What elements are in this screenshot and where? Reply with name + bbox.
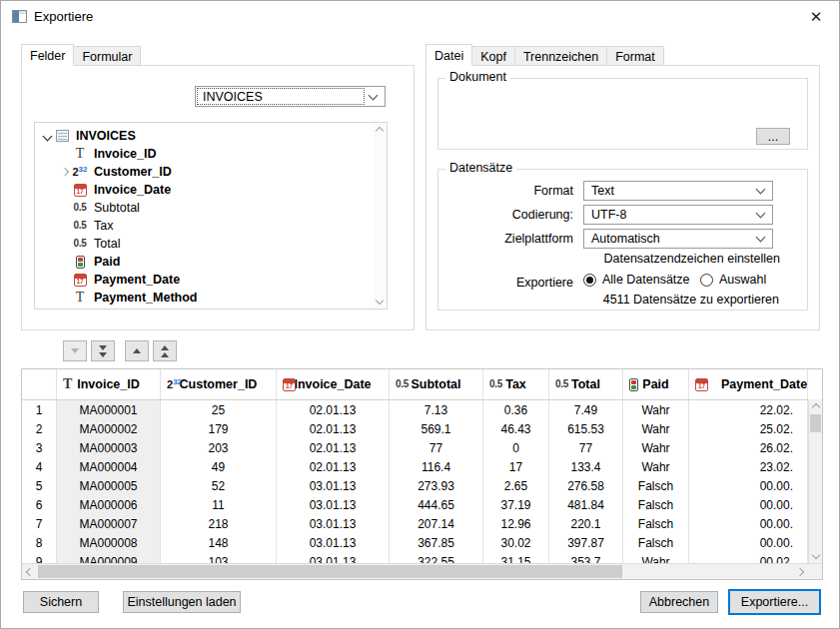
table-cell: 203 bbox=[161, 438, 277, 457]
move-up-button[interactable] bbox=[125, 340, 149, 361]
load-settings-button[interactable]: Einstellungen laden bbox=[123, 591, 241, 613]
column-header-customer_id[interactable]: 232Customer_ID bbox=[161, 369, 277, 399]
encoding-select[interactable]: UTF-8 bbox=[583, 205, 773, 225]
browse-button[interactable]: ... bbox=[756, 128, 790, 145]
column-header-invoice_date[interactable]: 17Invoice_Date bbox=[277, 369, 390, 399]
table-cell: 116.4 bbox=[390, 457, 483, 476]
table-cell: 218 bbox=[161, 514, 277, 533]
text-type-icon: T bbox=[63, 377, 72, 391]
tree-item-paid[interactable]: Paid bbox=[35, 253, 387, 271]
table-cell: 615.53 bbox=[549, 419, 623, 438]
tree-item-invoice_id[interactable]: TInvoice_ID bbox=[35, 145, 387, 163]
table-row[interactable]: 4MA0000044902.01.13116.417133.4Wahr23.02… bbox=[22, 457, 822, 476]
tree-scrollbar[interactable] bbox=[374, 124, 386, 308]
table-cell: Wahr bbox=[623, 419, 689, 438]
table-cell: Falsch bbox=[623, 514, 689, 533]
column-header-label: Tax bbox=[505, 377, 526, 391]
column-header-subtotal[interactable]: 0.5Subtotal bbox=[390, 369, 483, 399]
double-chevron-down-icon bbox=[99, 345, 107, 350]
column-header-payment_date[interactable]: 17Payment_Date bbox=[689, 369, 808, 399]
vertical-scrollbar[interactable] bbox=[808, 399, 822, 563]
table-cell: 30.02 bbox=[483, 533, 549, 552]
move-down-button[interactable] bbox=[63, 340, 87, 361]
number-type-icon: 0.5 bbox=[489, 379, 502, 389]
radio-selection[interactable]: Auswahl bbox=[700, 273, 766, 287]
scroll-down-icon[interactable] bbox=[376, 297, 384, 305]
export-table-select[interactable]: INVOICES bbox=[195, 86, 386, 107]
vertical-scrollbar-thumb[interactable] bbox=[810, 414, 821, 432]
table-cell: Wahr bbox=[623, 438, 689, 457]
column-header-label: Total bbox=[571, 377, 600, 391]
platform-select[interactable]: Automatisch bbox=[583, 229, 773, 249]
table-cell: 0.36 bbox=[483, 400, 549, 419]
expander-down-icon[interactable] bbox=[42, 131, 52, 141]
tab-format[interactable]: Format bbox=[606, 46, 664, 66]
row-number-cell: 5 bbox=[22, 476, 57, 495]
boolean-type-icon bbox=[71, 256, 89, 269]
tree-item-payment_method[interactable]: TPayment_Method bbox=[35, 289, 387, 307]
row-number-cell: 2 bbox=[22, 419, 57, 438]
table-cell: 276.58 bbox=[549, 476, 623, 495]
preview-table-body: 1MA0000012502.01.137.130.367.49Wahr22.02… bbox=[22, 400, 822, 571]
horizontal-scrollbar-thumb[interactable] bbox=[38, 565, 622, 578]
move-to-top-button[interactable] bbox=[153, 340, 177, 361]
chevron-down-icon bbox=[756, 209, 766, 219]
cancel-button[interactable]: Abbrechen bbox=[640, 591, 718, 613]
row-number-header bbox=[22, 369, 57, 399]
horizontal-scrollbar[interactable] bbox=[22, 563, 822, 579]
table-cell: 22.02. bbox=[689, 400, 808, 419]
radio-dot-icon bbox=[700, 274, 713, 287]
column-header-invoice_id[interactable]: TInvoice_ID bbox=[57, 369, 161, 399]
scroll-down-icon[interactable] bbox=[812, 551, 820, 559]
table-row[interactable]: 2MA00000217902.01.13569.146.43615.53Wahr… bbox=[22, 419, 822, 438]
tree-item-subtotal[interactable]: 0.5Subtotal bbox=[35, 199, 387, 217]
tree-item-payment_date[interactable]: 17Payment_Date bbox=[35, 271, 387, 289]
tree-item-customer_id[interactable]: 232Customer_ID bbox=[35, 163, 387, 181]
column-header-total[interactable]: 0.5Total bbox=[549, 369, 623, 399]
table-cell: 25.02. bbox=[689, 419, 808, 438]
export-button[interactable]: Exportiere... bbox=[728, 589, 821, 615]
table-cell: 569.1 bbox=[390, 419, 483, 438]
row-number-cell: 1 bbox=[22, 400, 57, 419]
tab-formular[interactable]: Formular bbox=[73, 46, 141, 66]
table-row[interactable]: 3MA00000320302.01.1377077Wahr26.02. bbox=[22, 438, 822, 457]
table-cell: MA000006 bbox=[57, 495, 161, 514]
tree-item-invoices[interactable]: INVOICES bbox=[35, 127, 387, 145]
tab-felder[interactable]: Felder bbox=[21, 44, 74, 66]
table-cell: 02.01.13 bbox=[277, 438, 390, 457]
record-count-text: 4511 Datensätze zu exportieren bbox=[437, 293, 779, 307]
tab-datei[interactable]: Datei bbox=[425, 44, 472, 66]
field-tree: INVOICESTInvoice_ID232Customer_ID17Invoi… bbox=[34, 122, 388, 310]
scroll-up-icon[interactable] bbox=[376, 127, 384, 135]
scroll-up-icon[interactable] bbox=[812, 403, 820, 411]
tree-item-invoice_date[interactable]: 17Invoice_Date bbox=[35, 181, 387, 199]
tab-trennzeichen[interactable]: Trennzeichen bbox=[514, 46, 607, 66]
table-row[interactable]: 6MA0000061103.01.13444.6537.19481.84Fals… bbox=[22, 495, 822, 514]
table-row[interactable]: 8MA00000814803.01.13367.8530.02397.87Fal… bbox=[22, 533, 822, 552]
format-select[interactable]: Text bbox=[583, 181, 773, 201]
table-row[interactable]: 7MA00000721803.01.13207.1412.96220.1Fals… bbox=[22, 514, 822, 533]
table-cell: 03.01.13 bbox=[277, 495, 390, 514]
table-cell: MA000005 bbox=[57, 476, 161, 495]
scroll-right-icon[interactable] bbox=[796, 568, 804, 576]
column-header-tax[interactable]: 0.5Tax bbox=[483, 369, 549, 399]
radio-all-records[interactable]: Alle Datensätze bbox=[583, 273, 690, 287]
export-table-value: INVOICES bbox=[203, 90, 263, 104]
table-cell: MA000007 bbox=[57, 514, 161, 533]
number-type-icon: 0.5 bbox=[555, 379, 568, 389]
table-row[interactable]: 5MA0000055203.01.13273.932.65276.58Falsc… bbox=[22, 476, 822, 495]
line-ending-link[interactable]: Datensatzendzeichen einstellen bbox=[437, 252, 780, 266]
close-icon[interactable]: ✕ bbox=[803, 5, 829, 29]
table-cell: 397.87 bbox=[549, 533, 623, 552]
tab-kopf[interactable]: Kopf bbox=[471, 46, 515, 66]
table-row[interactable]: 1MA0000012502.01.137.130.367.49Wahr22.02… bbox=[22, 400, 822, 419]
table-cell: 7.49 bbox=[549, 400, 623, 419]
table-cell: 207.14 bbox=[390, 514, 483, 533]
tree-item-total[interactable]: 0.5Total bbox=[35, 235, 387, 253]
move-to-bottom-button[interactable] bbox=[91, 340, 115, 361]
column-header-paid[interactable]: Paid bbox=[623, 369, 689, 399]
expander-right-icon[interactable] bbox=[61, 168, 69, 176]
save-button[interactable]: Sichern bbox=[23, 591, 99, 613]
scroll-left-icon[interactable] bbox=[26, 568, 34, 576]
tree-item-tax[interactable]: 0.5Tax bbox=[35, 217, 387, 235]
